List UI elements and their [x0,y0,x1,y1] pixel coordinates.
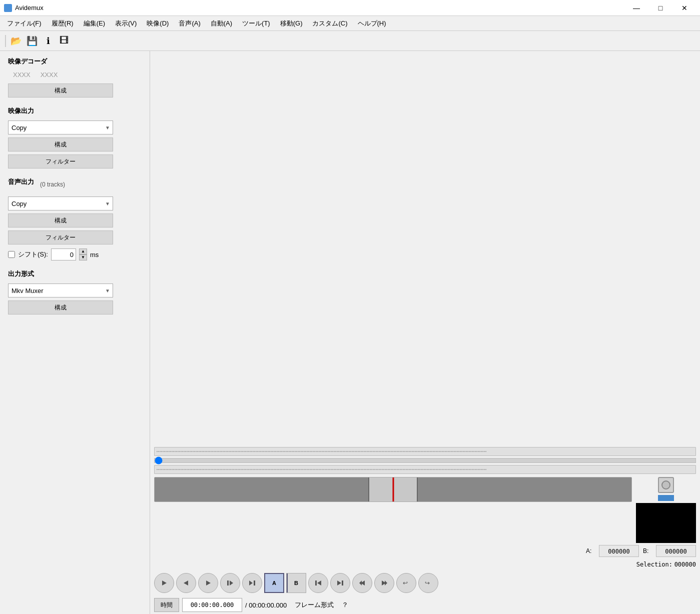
menu-edit[interactable]: 編集(E) [79,17,110,30]
side-panel [636,477,696,543]
video-output-select[interactable]: Copy Xvid x264 FFV1 MPEG-2 [8,120,113,134]
video-output-filter-button[interactable]: フィルター [8,154,113,168]
a-marker-row: A: 000000 [586,545,639,557]
timeline-slider-row [154,457,696,464]
output-format-configure-button[interactable]: 構成 [8,300,113,314]
audio-output-filter-button[interactable]: フィルター [8,230,113,244]
prev-block-button[interactable] [352,573,372,593]
menu-custom[interactable]: カスタム(C) [307,17,352,30]
menubar: ファイル(F) 履歴(R) 編集(E) 表示(V) 映像(D) 音声(A) 自動… [0,16,700,31]
menu-audio[interactable]: 音声(A) [174,17,205,30]
play-button[interactable] [154,573,174,593]
close-button[interactable]: ✕ [673,0,696,16]
video-area-container: document.write(Array(220).fill('<div cla… [150,51,700,614]
b-marker-stripe [287,574,288,592]
back-button[interactable] [176,573,196,593]
marker-a-button[interactable]: A [264,573,284,593]
video-decoder-configure-button[interactable]: 構成 [8,84,113,98]
shift-unit: ms [90,251,99,258]
shift-input[interactable] [51,248,76,260]
menu-tools[interactable]: ツール(T) [237,17,275,30]
timeline-bottom-dots-pattern: document.write(Array(220).fill('<div cla… [155,466,695,474]
shift-checkbox[interactable] [8,251,15,258]
menu-file[interactable]: ファイル(F) [2,17,47,30]
open-button[interactable]: 📂 [8,34,24,48]
timeline-bottom-track[interactable]: document.write(Array(220).fill('<div cla… [154,465,696,474]
svg-rect-9 [342,580,343,586]
current-time-input[interactable] [182,598,242,612]
scrub-marker [392,478,394,502]
svg-rect-7 [315,580,317,586]
menu-view[interactable]: 表示(V) [110,17,142,30]
svg-rect-6 [254,580,255,586]
rewind-button[interactable]: ↩ [396,573,416,593]
video-decoder-title: 映像デコーダ [8,57,142,66]
right-panel: document.write(Array(220).fill('<div cla… [150,51,700,614]
output-format-section: 出力形式 Mkv Muxer Mp4 Muxer Avi Muxer ▼ 構成 [8,270,142,314]
save-button[interactable]: 💾 [24,34,40,48]
video-output-title: 映像出力 [8,106,142,116]
step-forward-button[interactable] [242,573,262,593]
scrub-right [417,478,631,502]
selection-label: Selection: [636,561,672,568]
audio-output-select-wrapper: Copy MP3 AAC AC3 ▼ [8,196,113,210]
maximize-button[interactable]: □ [649,0,672,16]
output-format-title: 出力形式 [8,270,142,278]
output-format-select-wrapper: Mkv Muxer Mp4 Muxer Avi Muxer ▼ [8,284,113,298]
ffwd-button[interactable]: ↪ [418,573,438,593]
timeline-slider[interactable] [154,458,696,463]
video-output-configure-button[interactable]: 構成 [8,138,113,152]
svg-marker-2 [206,580,211,586]
svg-text:↩: ↩ [403,580,408,586]
minimize-button[interactable]: — [625,0,648,16]
blue-strip [658,495,674,501]
next-block-button[interactable] [374,573,394,593]
b-marker-row: B: 000000 [643,545,696,557]
scrub-area[interactable] [154,477,632,502]
prev-key-button[interactable] [308,573,328,593]
decoder-codec1: XXXX [13,71,31,78]
ab-markers-row: A: 000000 B: 000000 [150,543,700,560]
frame-format-label: フレーム形式 [295,600,334,610]
svg-marker-1 [184,580,188,586]
decoder-codecs-row: XXXX XXXX [8,71,142,78]
side-circle-button[interactable] [658,477,674,493]
menu-video[interactable]: 映像(D) [142,17,174,30]
shift-down-button[interactable]: ▼ [79,254,87,260]
shift-label: シフト(S): [18,250,48,259]
menu-auto[interactable]: 自動(A) [206,17,237,30]
marker-b-button[interactable]: B [286,573,306,593]
time-mode-button[interactable]: 時間 [154,598,179,612]
b-label: B: [643,548,653,554]
selection-row: Selection: 000000 [150,560,700,570]
next-key-button[interactable] [330,573,350,593]
video-thumbnail [636,503,696,543]
transport-bar: A B ↩ [150,570,700,596]
shift-up-button[interactable]: ▲ [79,248,87,254]
timeline-dots-pattern: document.write(Array(220).fill('<div cla… [155,448,695,456]
output-format-select[interactable]: Mkv Muxer Mp4 Muxer Avi Muxer [8,284,113,298]
timeline-top-track[interactable]: document.write(Array(220).fill('<div cla… [154,447,696,456]
menu-history[interactable]: 履歴(R) [47,17,79,30]
svg-rect-3 [227,580,229,586]
circle-icon [661,480,670,490]
shift-row: シフト(S): ▲ ▼ ms [8,248,142,260]
step-back-button[interactable] [220,573,240,593]
time-separator: / 00:00:00.000 [245,602,287,609]
selection-value: 000000 [674,561,696,568]
audio-output-configure-button[interactable]: 構成 [8,214,113,228]
a-value: 000000 [599,545,639,557]
menu-goto[interactable]: 移動(G) [275,17,308,30]
svg-marker-12 [359,580,362,586]
menu-help[interactable]: ヘルプ(H) [353,17,391,30]
audio-output-select[interactable]: Copy MP3 AAC AC3 [8,196,113,210]
window-controls: — □ ✕ [625,0,696,16]
film-button[interactable]: 🎞 [56,34,72,48]
svg-marker-10 [337,580,341,586]
svg-marker-14 [385,580,387,586]
app-icon [4,4,12,12]
title-bar: Avidemux — □ ✕ [0,0,700,16]
forward-button[interactable] [198,573,218,593]
frame-format-value: ？ [342,600,348,610]
info-button[interactable]: ℹ [40,34,56,48]
